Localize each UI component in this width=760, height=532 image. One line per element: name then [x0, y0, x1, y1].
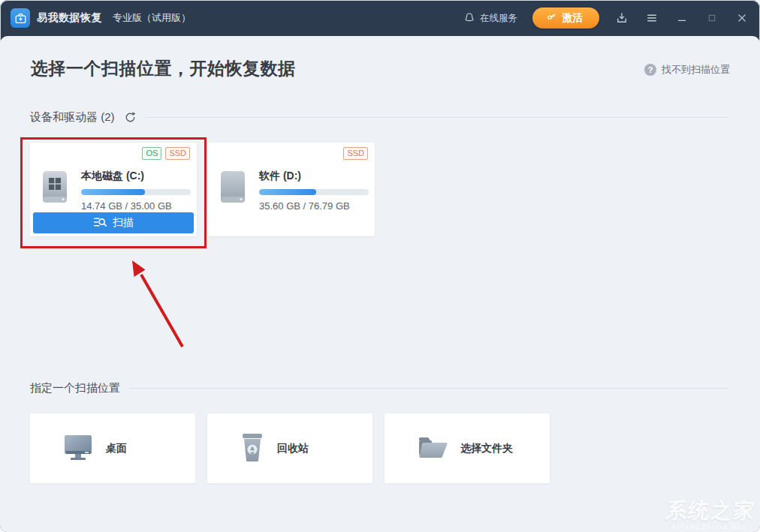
online-service-label: 在线服务	[480, 12, 517, 25]
site-watermark: 系统之家 XiTongZhiJia.Net	[664, 497, 758, 530]
capacity-bar-fill	[259, 189, 316, 195]
capacity-bar	[81, 189, 191, 195]
location-label: 选择文件夹	[460, 442, 513, 455]
drive-size: 14.74 GB / 35.00 GB	[81, 200, 192, 212]
folder-icon	[418, 435, 448, 462]
maximize-button	[704, 11, 719, 26]
devices-section-header: 设备和驱动器 (2)	[30, 110, 728, 125]
titlebar: 易我数据恢复 专业版（试用版） 在线服务 激活	[0, 0, 760, 36]
os-badge: OS	[142, 147, 161, 160]
watermark-text: 系统之家	[664, 497, 757, 525]
help-link[interactable]: ? 找不到扫描位置	[644, 63, 730, 77]
ssd-badge: SSD	[343, 147, 368, 160]
menu-icon[interactable]	[644, 11, 659, 26]
divider	[129, 388, 728, 389]
location-label: 回收站	[277, 442, 309, 455]
divider	[146, 117, 729, 118]
drive-card-local-c[interactable]: OS SSD	[30, 143, 197, 236]
drive-card-software-d[interactable]: SSD 软件 (D:)	[208, 143, 375, 236]
capacity-bar-fill	[81, 189, 145, 195]
devices-section-label: 设备和驱动器 (2)	[30, 110, 115, 125]
help-icon: ?	[644, 64, 656, 76]
main-content: 选择一个扫描位置，开始恢复数据 ? 找不到扫描位置 设备和驱动器 (2) OS …	[0, 36, 760, 532]
drive-name: 本地磁盘 (C:)	[81, 170, 192, 183]
recycle-bin-icon	[240, 432, 264, 465]
capacity-bar	[259, 189, 369, 195]
location-card-recycle-bin[interactable]: 回收站	[207, 413, 372, 483]
online-service-icon	[463, 11, 475, 26]
watermark-subtext: XiTongZhiJia.Net	[664, 523, 755, 530]
key-icon	[546, 11, 557, 25]
hard-drive-icon	[217, 170, 249, 212]
activate-button[interactable]: 激活	[532, 8, 599, 29]
refresh-icon[interactable]	[124, 111, 137, 124]
minimize-button[interactable]	[674, 11, 689, 26]
location-label: 桌面	[106, 442, 127, 455]
drive-name: 软件 (D:)	[259, 170, 370, 183]
hard-drive-windows-icon	[39, 170, 71, 212]
app-name: 易我数据恢复	[37, 11, 102, 25]
location-card-choose-folder[interactable]: 选择文件夹	[385, 413, 550, 483]
drive-size: 35.60 GB / 76.79 GB	[259, 200, 370, 212]
app-logo-icon	[11, 8, 30, 28]
scan-button[interactable]: 扫描	[33, 212, 194, 233]
help-label: 找不到扫描位置	[662, 63, 730, 77]
page-title: 选择一个扫描位置，开始恢复数据	[31, 57, 296, 80]
ssd-badge: SSD	[165, 147, 190, 160]
close-button[interactable]	[734, 11, 749, 26]
scan-label: 扫描	[113, 216, 134, 230]
location-card-desktop[interactable]: 桌面	[30, 413, 195, 483]
app-edition: 专业版（试用版）	[113, 11, 191, 25]
online-service-button[interactable]: 在线服务	[463, 11, 517, 26]
scan-icon	[93, 216, 107, 230]
app-window: 易我数据恢复 专业版（试用版） 在线服务 激活	[0, 0, 760, 532]
download-icon[interactable]	[614, 11, 629, 26]
activate-label: 激活	[562, 11, 583, 25]
specify-section-label: 指定一个扫描位置	[30, 381, 120, 395]
specify-section-header: 指定一个扫描位置	[30, 381, 728, 395]
desktop-icon	[63, 434, 93, 464]
